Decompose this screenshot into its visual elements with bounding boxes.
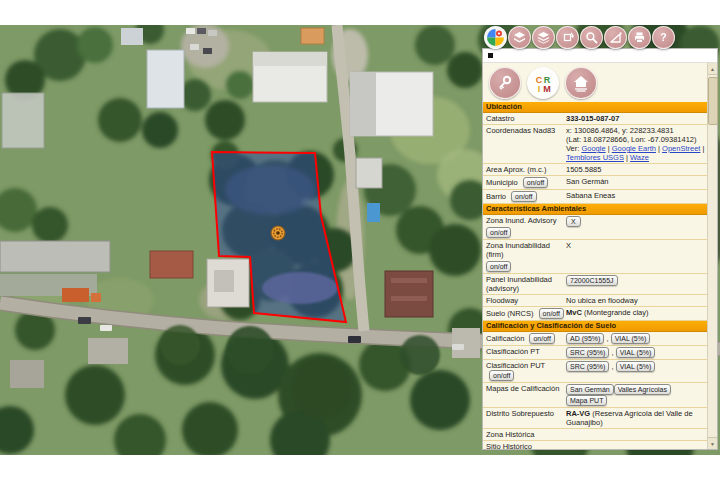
svg-text:I: I — [538, 84, 541, 94]
row-zona-historica: Zona Histórica — [483, 429, 707, 441]
row-barrio: Barrio on/off Sabana Eneas — [483, 190, 707, 204]
row-zona-firm: Zona Inundabilidad (firm) on/off X — [483, 240, 707, 274]
clasificacion-put-toggle-button[interactable]: on/off — [489, 370, 514, 381]
catastro-label: Catastro — [486, 114, 566, 123]
parcel-info-panel: C R I M Ubicación — [482, 48, 718, 450]
zona-historica-label: Zona Histórica — [486, 430, 566, 439]
zona-firm-value: X — [566, 241, 705, 272]
calificacion-vial-button[interactable]: VIAL (5%) — [611, 333, 651, 344]
coord-ver-prefix: Ver: — [566, 144, 579, 153]
layers-icon[interactable] — [508, 26, 531, 49]
panel-titlebar — [483, 49, 717, 63]
section-header-calificacion: Calificación y Clasificación de Suelo — [483, 321, 707, 332]
comma-separator: , — [612, 362, 614, 371]
suelo-value-code: MvC — [566, 308, 582, 317]
clasificacion-pt-src-button[interactable]: SRC (95%) — [566, 347, 609, 358]
zona-advisory-label: Zona Inund. Advisory on/off — [486, 216, 566, 238]
suelo-label-text: Suelo (NRCS) — [486, 309, 534, 318]
panel-inund-label: Panel Inundabilidad (advisory) — [486, 275, 566, 293]
clasificacion-pt-value: SRC (95%) , VIAL (5%) — [566, 347, 705, 358]
zona-advisory-value: X — [566, 216, 705, 238]
catastro-value: 333-015-087-07 — [566, 114, 705, 123]
layers-alt-icon[interactable] — [532, 26, 555, 49]
municipio-label: Municipio on/off — [486, 177, 566, 188]
link-temblores-usgs[interactable]: Temblores USGS — [566, 153, 624, 162]
mapa-put-button[interactable]: Mapa PUT — [566, 395, 607, 406]
calificacion-ad-button[interactable]: AD (95%) — [566, 333, 604, 344]
barrio-toggle-button[interactable]: on/off — [511, 191, 536, 202]
zona-firm-label: Zona Inundabilidad (firm) on/off — [486, 241, 566, 272]
zona-advisory-toggle-button[interactable]: on/off — [486, 227, 511, 238]
link-google-earth[interactable]: Google Earth — [612, 144, 656, 153]
scrollbar-thumb[interactable] — [708, 77, 718, 125]
app-window: ? — [0, 0, 720, 480]
row-clasificacion-pt: Clasificación PT SRC (95%) , VIAL (5%) — [483, 346, 707, 360]
mapa-valles-agricolas-button[interactable]: Valles Agrícolas — [614, 384, 671, 395]
panel-inund-button[interactable]: 72000C1555J — [566, 275, 618, 286]
clasificacion-pt-vial-button[interactable]: VIAL (5%) — [616, 347, 656, 358]
area-label: Area Aprox. (m.c.) — [486, 165, 566, 174]
coord-latlon: (Lat: 18.08728666, Lon: -67.09381412) — [566, 135, 705, 144]
calificacion-value: AD (95%) , VIAL (5%) — [566, 333, 705, 344]
barrio-value: Sabana Eneas — [566, 191, 705, 202]
svg-text:?: ? — [660, 31, 666, 43]
row-catastro: Catastro 333-015-087-07 — [483, 113, 707, 125]
suelo-value: MvC (Montegrande clay) — [566, 308, 705, 319]
suelo-toggle-button[interactable]: on/off — [539, 308, 564, 319]
link-openstreet[interactable]: OpenStreet — [662, 144, 700, 153]
clasificacion-put-vial-button[interactable]: VIAL (5%) — [616, 361, 656, 372]
area-value: 1505.5885 — [566, 165, 705, 174]
section-header-ambientales: Características Ambientales — [483, 204, 707, 215]
clasificacion-put-src-button[interactable]: SRC (95%) — [566, 361, 609, 372]
calificacion-label-text: Calificación — [486, 334, 524, 343]
panel-scrollbar[interactable]: ▲ ▼ — [707, 63, 717, 449]
link-waze[interactable]: Waze — [630, 153, 649, 162]
key-icon[interactable] — [489, 67, 521, 99]
panel-content: C R I M Ubicación — [483, 63, 707, 449]
row-mapas: Mapas de Calificación San GermánValles A… — [483, 383, 707, 408]
municipio-toggle-button[interactable]: on/off — [523, 177, 548, 188]
coordenadas-value: x: 130086.4864, y: 228233.4831 (Lat: 18.… — [566, 126, 705, 162]
comma-separator: , — [612, 348, 614, 357]
clasificacion-pt-label: Clasificación PT — [486, 347, 566, 358]
crim-icon[interactable]: C R I M — [527, 67, 559, 99]
distrito-code: RA-VG — [566, 409, 590, 418]
suelo-label: Suelo (NRCS) on/off — [486, 308, 566, 319]
row-sitio-historico: Sitio Histórico — [483, 441, 707, 449]
municipio-value: San Germán — [566, 177, 705, 188]
svg-text:M: M — [543, 84, 551, 94]
link-google[interactable]: Google — [581, 144, 605, 153]
suelo-value-desc: (Montegrande clay) — [582, 308, 649, 317]
link-separator: | — [700, 144, 704, 153]
mapa-san-german-button[interactable]: San Germán — [566, 384, 614, 395]
help-icon[interactable]: ? — [652, 26, 675, 49]
home-icon[interactable] — [565, 67, 597, 99]
mapas-value: San GermánValles AgrícolasMapa PUT — [566, 384, 705, 406]
row-zona-advisory: Zona Inund. Advisory on/off X — [483, 215, 707, 240]
search-icon[interactable] — [580, 26, 603, 49]
google-maps-icon[interactable] — [484, 26, 507, 49]
scrollbar-up-arrow[interactable]: ▲ — [708, 63, 717, 75]
zoom-extent-icon[interactable] — [556, 26, 579, 49]
row-suelo: Suelo (NRCS) on/off MvC (Montegrande cla… — [483, 307, 707, 321]
zona-advisory-label-text: Zona Inund. Advisory — [486, 216, 564, 225]
measure-icon[interactable] — [604, 26, 627, 49]
scrollbar-down-arrow[interactable]: ▼ — [708, 437, 717, 449]
comma-separator: , — [606, 334, 608, 343]
zona-firm-label-text: Zona Inundabilidad (firm) — [486, 241, 564, 259]
municipio-label-text: Municipio — [486, 178, 518, 187]
barrio-label: Barrio on/off — [486, 191, 566, 202]
sitio-historico-label: Sitio Histórico — [486, 442, 566, 449]
panel-action-icons: C R I M — [483, 63, 707, 102]
parcel-centroid-marker[interactable] — [271, 226, 285, 240]
row-clasificacion-put: Clasificación PUT on/off SRC (95%) , VIA… — [483, 360, 707, 383]
print-icon[interactable] — [628, 26, 651, 49]
zona-advisory-x-button[interactable]: X — [566, 216, 581, 227]
calificacion-toggle-button[interactable]: on/off — [529, 333, 554, 344]
panel-collapse-handle[interactable] — [488, 53, 493, 58]
zona-firm-toggle-button[interactable]: on/off — [486, 261, 511, 272]
row-floodway: Floodway No ubica en floodway — [483, 295, 707, 307]
floodway-label: Floodway — [486, 296, 566, 305]
coord-links: Ver: Google | Google Earth | OpenStreet … — [566, 144, 705, 162]
row-municipio: Municipio on/off San Germán — [483, 176, 707, 190]
